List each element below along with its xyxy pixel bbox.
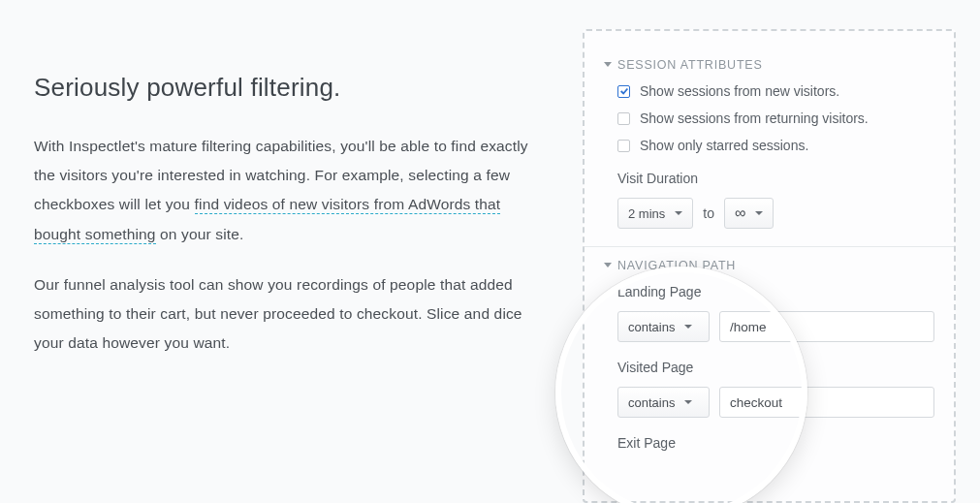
duration-from-dropdown[interactable]: 2 mins (617, 198, 693, 229)
duration-to-word: to (703, 205, 714, 221)
filter-panel: SESSION ATTRIBUTES Show sessions from ne… (583, 29, 956, 503)
navigation-path-header[interactable]: NAVIGATION PATH (604, 259, 934, 272)
caret-down-icon (675, 211, 682, 215)
check-new-visitors-row: Show sessions from new visitors. (617, 83, 934, 99)
check-returning-visitors-label: Show sessions from returning visitors. (640, 110, 869, 126)
checkmark-icon (619, 86, 629, 96)
paragraph-2: Our funnel analysis tool can show you re… (34, 270, 538, 359)
check-new-visitors[interactable] (617, 85, 630, 98)
visited-page-group: Visited Page contains (617, 360, 934, 418)
exit-page-group: Exit Page (617, 435, 934, 451)
paragraph-1-b: on your site. (156, 226, 244, 242)
landing-op-value: contains (628, 320, 675, 334)
landing-op-dropdown[interactable]: contains (617, 311, 710, 342)
exit-page-label: Exit Page (617, 435, 934, 451)
duration-from-value: 2 mins (628, 206, 665, 221)
paragraph-1: With Inspectlet's mature filtering capab… (34, 132, 538, 249)
landing-page-row: contains (617, 311, 934, 342)
check-starred-label: Show only starred sessions. (640, 138, 808, 153)
section-divider (585, 246, 954, 247)
visited-op-value: contains (628, 395, 675, 410)
visited-page-input[interactable] (719, 387, 934, 418)
visited-op-dropdown[interactable]: contains (617, 387, 710, 418)
caret-down-icon (684, 325, 692, 329)
landing-page-group: Landing Page contains (617, 284, 934, 342)
session-attributes-header[interactable]: SESSION ATTRIBUTES (604, 58, 934, 72)
check-starred[interactable] (617, 140, 630, 152)
marketing-copy: Seriously powerful filtering. With Inspe… (34, 73, 538, 380)
duration-to-value: ∞ (735, 205, 745, 221)
check-new-visitors-label: Show sessions from new visitors. (640, 83, 839, 99)
caret-down-icon (755, 211, 763, 215)
check-returning-visitors-row: Show sessions from returning visitors. (617, 110, 934, 126)
landing-page-label: Landing Page (617, 284, 934, 299)
visited-page-label: Visited Page (617, 360, 934, 375)
duration-to-dropdown[interactable]: ∞ (724, 198, 774, 229)
visit-duration-group: Visit Duration 2 mins to ∞ (617, 171, 934, 229)
check-returning-visitors[interactable] (617, 112, 630, 125)
visit-duration-label: Visit Duration (617, 171, 934, 186)
visit-duration-row: 2 mins to ∞ (617, 198, 934, 229)
visited-page-row: contains (617, 387, 934, 418)
page-heading: Seriously powerful filtering. (34, 73, 538, 103)
caret-down-icon (684, 400, 692, 404)
landing-page-input[interactable] (719, 311, 934, 342)
check-starred-row: Show only starred sessions. (617, 138, 934, 153)
